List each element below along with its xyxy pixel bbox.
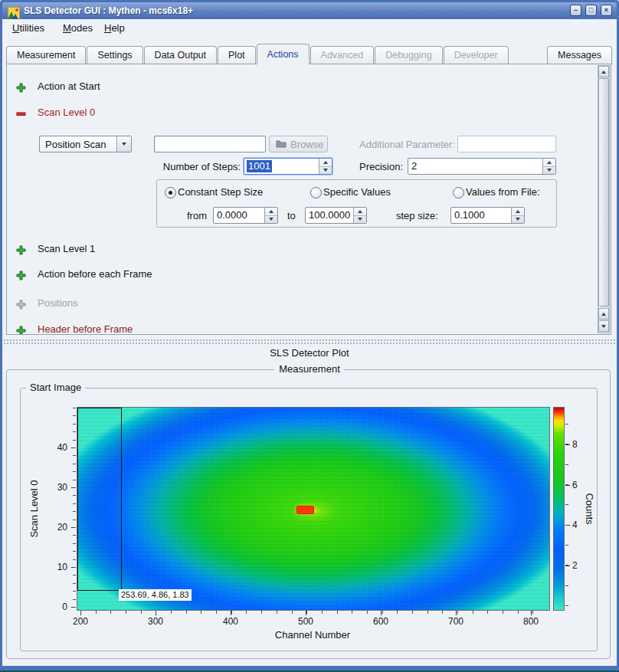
expand-plus-icon[interactable]: [16, 82, 26, 92]
values-from-file-label[interactable]: Values from File:: [466, 186, 540, 198]
colorbar: [553, 407, 565, 611]
precision-value[interactable]: 2: [411, 160, 417, 172]
y-axis-minor-ticks: [73, 408, 76, 608]
zoom-selection-rect: [77, 408, 122, 591]
menu-modes[interactable]: Modes: [60, 21, 96, 34]
scan-mode-value: Position Scan: [45, 139, 106, 150]
spin-down-icon[interactable]: [319, 167, 332, 175]
x-tick-label: 300: [144, 616, 167, 627]
from-label: from: [187, 210, 207, 221]
heatmap-peak-marker: [296, 506, 314, 514]
tab-plot[interactable]: Plot: [218, 46, 256, 64]
minimize-button[interactable]: –: [570, 5, 581, 16]
maximize-button[interactable]: □: [585, 5, 597, 16]
values-from-file-radio[interactable]: [453, 187, 464, 198]
to-spinbox[interactable]: 100.0000: [305, 207, 367, 224]
cursor-readout: 253.69, 4.86, 1.83: [119, 589, 192, 601]
number-of-steps-label: Number of Steps:: [152, 161, 241, 172]
tab-measurement[interactable]: Measurement: [6, 46, 86, 64]
spin-down-icon[interactable]: [512, 216, 524, 224]
vertical-scrollbar[interactable]: [598, 65, 610, 333]
additional-parameter-label: Additional Parameter:: [359, 139, 455, 150]
app-icon: [8, 7, 20, 19]
scroll-up-icon[interactable]: [598, 66, 609, 77]
x-tick-label: 800: [519, 616, 542, 627]
header-before-frame-label[interactable]: Header before Frame: [38, 323, 133, 335]
expand-plus-disabled-icon: [16, 299, 26, 309]
menu-utilities[interactable]: Utilities: [9, 21, 47, 34]
start-image-title: Start Image: [26, 382, 85, 393]
tab-messages[interactable]: Messages: [547, 46, 612, 64]
titlebar[interactable]: SLS Detector GUI : Mythen - mcs6x18+ – □…: [2, 2, 617, 19]
precision-label: Precision:: [359, 161, 403, 172]
scan-script-input[interactable]: [154, 136, 266, 152]
tab-settings[interactable]: Settings: [87, 46, 142, 64]
expand-plus-icon[interactable]: [16, 270, 26, 280]
x-tick-label: 700: [444, 616, 467, 627]
scroll-up-icon[interactable]: [598, 308, 609, 320]
step-size-spinbox[interactable]: 0.1000: [450, 207, 525, 224]
scrollbar-thumb[interactable]: [598, 78, 609, 306]
close-button[interactable]: ×: [601, 5, 612, 16]
to-label: to: [287, 210, 296, 221]
scroll-down-icon[interactable]: [598, 320, 609, 332]
tab-actions[interactable]: Actions: [257, 44, 310, 64]
tab-debugging: Debugging: [375, 46, 442, 64]
spin-up-icon[interactable]: [512, 208, 524, 216]
expand-plus-icon[interactable]: [16, 325, 26, 335]
y-tick-label: 40: [49, 442, 67, 453]
colorbar-tick-label: 4: [572, 520, 578, 530]
colorbar-tick-label: 2: [572, 560, 578, 571]
action-at-start-label[interactable]: Action at Start: [38, 80, 100, 92]
from-value[interactable]: 0.0000: [217, 209, 247, 221]
menu-help[interactable]: Help: [101, 21, 128, 34]
x-tick-label: 200: [69, 616, 92, 627]
x-tick-label: 400: [219, 616, 242, 627]
tab-bar: Measurement Settings Data Output Plot Ac…: [6, 46, 613, 64]
colorbar-axis-label: Counts: [584, 493, 595, 524]
chevron-down-icon[interactable]: [116, 136, 131, 152]
step-size-value[interactable]: 0.1000: [454, 209, 485, 221]
heatmap-canvas[interactable]: 253.69, 4.86, 1.83: [77, 407, 550, 611]
tab-developer: Developer: [444, 46, 509, 64]
scan-mode-combobox[interactable]: Position Scan: [39, 136, 132, 152]
specific-values-radio[interactable]: [310, 187, 322, 198]
x-axis-label: Channel Number: [275, 629, 350, 641]
measurement-group-title: Measurement: [274, 363, 344, 375]
spin-down-icon[interactable]: [543, 167, 555, 175]
browse-button-label: Browse: [290, 139, 323, 150]
y-tick-label: 0: [49, 602, 67, 612]
collapse-minus-icon[interactable]: [16, 108, 26, 118]
browse-button: Browse: [269, 136, 328, 152]
from-spinbox[interactable]: 0.0000: [213, 207, 278, 224]
splitter-handle[interactable]: [2, 338, 617, 346]
action-before-each-frame-label[interactable]: Action before each Frame: [38, 268, 152, 280]
colorbar-tick-label: 8: [572, 439, 578, 450]
positions-label: Positions: [38, 297, 78, 309]
spin-down-icon[interactable]: [265, 216, 277, 224]
spin-up-icon[interactable]: [354, 208, 366, 216]
number-of-steps-spinbox[interactable]: 1001: [244, 158, 332, 175]
number-of-steps-value[interactable]: 1001: [247, 160, 272, 172]
expand-plus-icon[interactable]: [16, 244, 26, 254]
spin-up-icon[interactable]: [265, 208, 277, 216]
spin-up-icon[interactable]: [319, 159, 332, 167]
precision-spinbox[interactable]: 2: [408, 158, 556, 175]
tab-advanced: Advanced: [310, 46, 375, 64]
colorbar-tick-label: 6: [572, 480, 578, 490]
y-tick-label: 20: [49, 522, 67, 533]
to-value[interactable]: 100.0000: [309, 209, 350, 221]
y-tick-label: 30: [49, 482, 67, 493]
spin-down-icon[interactable]: [354, 216, 366, 224]
specific-values-label[interactable]: Specific Values: [323, 186, 391, 198]
spin-up-icon[interactable]: [543, 159, 555, 167]
app-window: SLS Detector GUI : Mythen - mcs6x18+ – □…: [0, 0, 619, 672]
scan-level-1-label[interactable]: Scan Level 1: [38, 243, 95, 254]
constant-step-size-radio[interactable]: [165, 187, 176, 198]
step-size-label: step size:: [396, 210, 438, 221]
scan-level-0-label[interactable]: Scan Level 0: [38, 107, 95, 118]
dock-title: SLS Detector Plot: [0, 347, 619, 359]
constant-step-size-label[interactable]: Constant Step Size: [178, 186, 263, 198]
y-tick-label: 10: [49, 562, 67, 572]
tab-data-output[interactable]: Data Output: [144, 46, 217, 64]
